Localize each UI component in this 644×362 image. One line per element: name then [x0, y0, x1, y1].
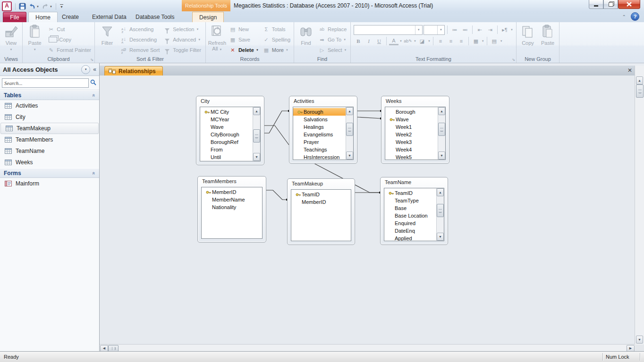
field-teamtype[interactable]: TeamType [384, 197, 436, 204]
sidebar-item-mainform[interactable]: Mainform [0, 178, 99, 189]
field-borough[interactable]: Borough [293, 108, 346, 116]
alternate-row-color-dropdown-icon[interactable]: ▼ [500, 40, 503, 42]
shutter-bar-close-button[interactable]: « [93, 66, 96, 73]
undo-dropdown-arrow[interactable]: ▼ [36, 5, 39, 8]
scroll-down-icon[interactable]: ▼ [438, 152, 445, 160]
gridlines-button[interactable]: ▦ [471, 36, 481, 46]
background-color-button[interactable]: ◪ [417, 36, 427, 46]
delete-record-button[interactable]: ✕ Delete▼ [227, 45, 261, 55]
font-name-combo[interactable]: ▼ [354, 25, 423, 35]
vertical-scrollbar-thumb[interactable] [636, 84, 644, 98]
view-button[interactable]: View▼ [1, 23, 21, 52]
field-mc-city[interactable]: MC City [200, 108, 253, 116]
access-app-icon[interactable]: A [2, 1, 12, 11]
sidebar-item-weeks[interactable]: Weeks [0, 157, 99, 168]
undo-button[interactable]: ▼ [28, 3, 39, 9]
field-enquired[interactable]: Enquired [384, 219, 436, 227]
sidebar-item-teammakeup[interactable]: TeamMakeup [0, 123, 99, 134]
bullets-button[interactable]: ≔ [450, 25, 459, 34]
restore-button[interactable] [603, 0, 618, 9]
field-hrsintercession[interactable]: HrsIntercession [293, 153, 346, 160]
toggle-filter-button[interactable]: Toggle Filter [161, 45, 203, 55]
redo-button[interactable]: ▼ [42, 3, 52, 9]
descending-button[interactable]: ZA↓ Descending [118, 34, 161, 45]
scroll-down-icon[interactable]: ▼ [346, 152, 353, 160]
relationships-canvas[interactable]: CityMC CityMCYearWaveCityBoroughBoroughR… [100, 76, 635, 345]
customize-qat-button[interactable]: ▼ [60, 4, 63, 8]
remove-sort-button[interactable]: AZ⌀ Remove Sort [118, 45, 161, 55]
relationship-table-teammakeup[interactable]: TeamMakeupTeamIDMemberID [287, 178, 355, 245]
nav-section-header-forms[interactable]: Forms« [0, 168, 99, 178]
table-title[interactable]: City [196, 96, 264, 106]
new-record-button[interactable]: ▤ New [227, 24, 261, 34]
ascending-button[interactable]: AZ↓ Ascending [118, 24, 161, 34]
font-color-button[interactable]: A [389, 37, 398, 45]
nav-section-header-tables[interactable]: Tables« [0, 90, 99, 100]
save-button[interactable] [19, 3, 26, 10]
field-memberid[interactable]: MemberID [291, 198, 351, 206]
field-wave[interactable]: Wave [200, 123, 253, 131]
field-membername[interactable]: MemberName [202, 196, 262, 203]
goto-button[interactable]: ➡ Go To▼ [316, 34, 349, 45]
scrollbar-track[interactable] [346, 115, 353, 152]
field-healings[interactable]: Healings [293, 123, 346, 131]
field-week2[interactable]: Week2 [385, 131, 438, 138]
tab-relationships[interactable]: Relationships [104, 66, 163, 76]
sidebar-item-activities[interactable]: Activities [0, 100, 99, 111]
font-size-dropdown-icon[interactable]: ▼ [437, 25, 444, 34]
navigation-menu-button[interactable]: ▼ [81, 65, 90, 74]
scroll-up-icon[interactable]: ▲ [437, 188, 444, 196]
field-cityborough[interactable]: CityBorough [200, 131, 253, 138]
scroll-right-icon[interactable]: ▶ [627, 345, 635, 352]
refresh-all-button[interactable]: Refresh All ▼ [207, 23, 227, 52]
scroll-up-icon[interactable]: ▲ [636, 76, 643, 84]
tab-design[interactable]: Design [192, 12, 224, 23]
italic-button[interactable]: I [364, 36, 373, 46]
field-until[interactable]: Until [200, 153, 253, 161]
vertical-scrollbar[interactable]: ▲ ▼ [635, 66, 644, 345]
collapse-section-icon[interactable]: « [91, 171, 97, 174]
more-button[interactable]: ▦ More▼ [261, 45, 292, 55]
scrollbar-thumb[interactable] [437, 204, 444, 217]
tab-database-tools[interactable]: Database Tools [129, 12, 181, 22]
text-formatting-dialog-launcher-icon[interactable]: ⇘ [512, 58, 515, 62]
gridlines-dropdown-icon[interactable]: ▼ [482, 40, 484, 42]
clipboard-dialog-launcher-icon[interactable]: ⇘ [90, 58, 93, 62]
select-button[interactable]: ▷ Select▼ [316, 45, 349, 55]
field-borough[interactable]: Borough [385, 108, 438, 116]
replace-button[interactable]: ab Replace [316, 24, 349, 34]
decrease-indent-button[interactable]: ⇤ [475, 25, 484, 34]
scrollbar-track[interactable] [438, 115, 445, 152]
save-record-button[interactable]: ▦ Save [227, 34, 261, 45]
table-scrollbar[interactable]: ▲▼ [436, 188, 444, 241]
table-title[interactable]: TeamMakeup [288, 179, 355, 188]
increase-indent-button[interactable]: ⇥ [485, 25, 495, 34]
table-title[interactable]: TeamName [381, 177, 448, 187]
field-week3[interactable]: Week3 [385, 138, 438, 146]
field-teamid[interactable]: TeamID [384, 189, 436, 197]
filter-button[interactable]: Filter [96, 23, 118, 46]
align-left-button[interactable]: ≡ [436, 36, 445, 46]
alternate-row-color-button[interactable]: ▤ [490, 36, 499, 46]
relationship-table-weeks[interactable]: WeeksBoroughWaveWeek1Week2Week3Week4Week… [381, 96, 449, 164]
highlight-color-button[interactable]: ab✎ [403, 36, 413, 46]
scroll-down-icon[interactable]: ▼ [636, 336, 643, 344]
find-button[interactable]: Find [296, 23, 316, 46]
table-scrollbar[interactable]: ▲▼ [253, 107, 260, 161]
font-name-dropdown-icon[interactable]: ▼ [415, 25, 422, 34]
newgroup-copy-button[interactable]: Copy [518, 23, 538, 46]
scrollbar-thumb[interactable] [253, 129, 260, 143]
format-painter-button[interactable]: ✎ Format Painter [45, 45, 93, 55]
field-evangelisms[interactable]: Evangelisms [293, 131, 346, 138]
scrollbar-track[interactable] [437, 196, 444, 233]
help-button[interactable]: ? [631, 12, 639, 21]
navigation-pane-header[interactable]: All Access Objects ▼ « [0, 63, 99, 76]
table-scrollbar[interactable]: ▲▼ [346, 107, 353, 160]
scrollbar-thumb[interactable] [438, 123, 445, 136]
collapse-ribbon-button[interactable]: ⌃ [622, 14, 626, 19]
scroll-up-icon[interactable]: ▲ [253, 107, 260, 115]
field-dateenq[interactable]: DateEnq [384, 227, 436, 235]
scroll-up-icon[interactable]: ▲ [346, 107, 353, 115]
field-base-location[interactable]: Base Location [384, 212, 436, 219]
scrollbar-thumb[interactable] [346, 123, 353, 136]
